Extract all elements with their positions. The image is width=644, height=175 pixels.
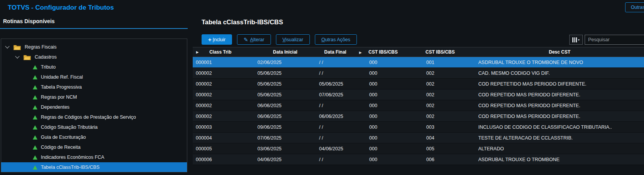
- cell-data-final: / /: [316, 71, 355, 76]
- cell-data-final: / /: [316, 157, 355, 162]
- cell-desc-cst: COD REPETIDO MAS PERIODO DIFERENTE.: [475, 103, 644, 108]
- tree-item-label: Tabela Progressiva: [41, 84, 82, 90]
- table-row[interactable]: 000003 09/06/2025 / / 000 003 INCLUSAO D…: [193, 122, 644, 133]
- cell-data-final: 04/06/2025: [316, 146, 355, 151]
- tree-item[interactable]: Tabela Progressiva: [1, 82, 187, 92]
- tree-item[interactable]: Indicadores Econômicos FCA: [1, 152, 187, 162]
- cell-class-trib: 000003: [193, 125, 254, 130]
- cell-desc-cst: COD REPETETIDO MAS PERIODO DIFERENTE.: [475, 81, 644, 87]
- column-header-label: Class Trib: [209, 49, 231, 55]
- cell-desc-cst: CAD. MESMO CODIGO VIG DIF.: [475, 71, 644, 76]
- column-header-data-final[interactable]: Data Final: [316, 49, 355, 55]
- chevron-down-icon: ▾: [578, 38, 580, 42]
- cell-data-final: / /: [316, 125, 355, 130]
- pencil-icon: ✎: [244, 37, 248, 43]
- tree-item[interactable]: Tabela cClassTrib-IBS/CBS: [1, 162, 187, 172]
- expander-icon[interactable]: ▶: [196, 50, 198, 54]
- chevron-down-icon[interactable]: [5, 44, 9, 48]
- cell-desc-cst: ASDRUBAL TROUXE O TROMBONE: [475, 157, 644, 162]
- table-row[interactable]: 000002 05/06/2025 07/06/2025 000 002 COD…: [193, 89, 644, 100]
- cell-data-final: 06/06/2025: [316, 114, 355, 119]
- routine-triangle-icon: [33, 135, 37, 140]
- table-row[interactable]: 000006 04/06/2025 / / 000 006 ASDRUBAL T…: [193, 154, 644, 165]
- outras-acoes-button[interactable]: Outras Ações: [315, 34, 357, 45]
- column-header-cst-ibs-cbs-1[interactable]: CST IBS/CBS: [366, 49, 423, 55]
- table-row[interactable]: 000002 05/06/2025 / / 000 002 CAD. MESMO…: [193, 68, 644, 79]
- table-row[interactable]: 000002 06/06/2025 06/06/2025 000 002 COD…: [193, 111, 644, 122]
- column-header-data-inicial[interactable]: Data Inicial: [254, 49, 316, 55]
- data-table: ▶Class Trib Data Inicial Data Final ▶ CS…: [193, 47, 644, 165]
- cell-cst-ibs-cbs-2: 002: [423, 114, 475, 119]
- routine-triangle-icon: [33, 65, 37, 69]
- cell-cst-ibs-cbs-2: 006: [423, 157, 475, 162]
- cell-cst-ibs-cbs-1: 000: [366, 135, 423, 141]
- cell-data-inicial: 05/06/2025: [254, 92, 316, 98]
- tree-item[interactable]: Unidade Ref. Fiscal: [1, 72, 187, 82]
- outras-acoes-top-button[interactable]: Outras Ações: [625, 2, 644, 12]
- table-row[interactable]: 000001 02/06/2025 / / 000 001 ASDRUBAL T…: [193, 57, 644, 68]
- column-header-class-trib[interactable]: ▶Class Trib: [193, 49, 254, 55]
- tree-item[interactable]: Tributo: [1, 62, 187, 72]
- tree-item[interactable]: Código de Receita: [1, 142, 187, 152]
- table-row[interactable]: 000002 06/06/2025 / / 000 002 COD REPETI…: [193, 100, 644, 111]
- tree-item-label: Indicadores Econômicos FCA: [41, 155, 104, 160]
- cell-desc-cst: INCLUSAO DE CODIGO DE CLASSIFICACAO TRIB…: [475, 125, 644, 130]
- tree-item-label: Regras de Códigos de Prestação de Serviç…: [41, 114, 136, 120]
- outras-acoes-button-label: Outras Ações: [321, 37, 350, 42]
- tree-item-label: Cadastros: [35, 54, 57, 60]
- folder-icon: [13, 44, 21, 50]
- tree-item[interactable]: Código Situação Tributária: [1, 122, 187, 132]
- cell-class-trib: 000002: [193, 103, 254, 108]
- cell-cst-ibs-cbs-2: 003: [423, 125, 475, 130]
- cell-class-trib: 000002: [193, 81, 254, 87]
- cell-data-inicial: 03/06/2025: [254, 146, 316, 151]
- cell-cst-ibs-cbs-1: 000: [366, 60, 423, 65]
- cell-cst-ibs-cbs-2: 001: [423, 60, 475, 65]
- cell-cst-ibs-cbs-1: 000: [366, 92, 423, 98]
- cell-desc-cst: ALTERADO: [475, 146, 644, 151]
- routine-triangle-icon: [33, 95, 37, 99]
- tree-item-label: Tabela cClassTrib-IBS/CBS: [41, 165, 99, 170]
- page-title: Tabela cClassTrib-IBS/CBS: [202, 19, 283, 26]
- column-header-expander[interactable]: ▶: [355, 49, 366, 55]
- cell-class-trib: 000002: [193, 71, 254, 76]
- cell-data-inicial: 04/06/2025: [254, 157, 316, 162]
- visualizar-button[interactable]: Visualizar: [276, 34, 310, 45]
- cell-data-final: / /: [316, 103, 355, 108]
- tree-item[interactable]: Dependentes: [1, 102, 187, 112]
- tree-item-label: Código Situação Tributária: [41, 125, 98, 130]
- tree-item[interactable]: Guia de Escrituração: [1, 132, 187, 142]
- cell-cst-ibs-cbs-1: 000: [366, 157, 423, 162]
- routine-triangle-icon: [33, 105, 37, 109]
- toolbar: +Incluir ✎Alterar Visualizar Outras Açõe…: [202, 34, 357, 45]
- routine-triangle-icon: [33, 125, 37, 130]
- cell-cst-ibs-cbs-2: 002: [423, 92, 475, 98]
- tree-item-label: Código de Receita: [41, 145, 81, 150]
- plus-icon: +: [208, 36, 212, 43]
- cell-desc-cst: COD REPETIDO MAS PERIODO DIFERENTE.: [475, 92, 644, 98]
- alterar-button[interactable]: ✎Alterar: [237, 34, 271, 45]
- cell-desc-cst: ASDRUBAL TROUXE O TROMBONE DE NOVO: [475, 60, 644, 65]
- column-header-desc-cst[interactable]: Desc CST: [475, 49, 644, 55]
- cell-cst-ibs-cbs-2: 004: [423, 135, 475, 141]
- table-row[interactable]: 000005 03/06/2025 04/06/2025 000 005 ALT…: [193, 143, 644, 154]
- column-manager-button[interactable]: ▾: [569, 35, 583, 45]
- tree-item[interactable]: Regras por NCM: [1, 92, 187, 102]
- tree-item[interactable]: Cadastros: [1, 52, 187, 62]
- incluir-button[interactable]: +Incluir: [202, 34, 232, 45]
- cell-class-trib: 000004: [193, 135, 254, 141]
- table-row[interactable]: 000002 05/06/2025 05/06/2025 000 002 COD…: [193, 79, 644, 89]
- chevron-down-icon[interactable]: [15, 54, 19, 58]
- tree-item[interactable]: Regras de Códigos de Prestação de Serviç…: [1, 112, 187, 122]
- tree-item[interactable]: Regras Fiscais: [1, 42, 187, 52]
- search-input[interactable]: [585, 35, 644, 45]
- visualizar-button-label: Visualizar: [282, 37, 303, 42]
- table-row[interactable]: 000004 07/06/2025 / / 000 004 TESTE DE A…: [193, 133, 644, 143]
- column-header-cst-ibs-cbs-2[interactable]: CST IBS/CBS: [423, 49, 475, 55]
- columns-icon: [572, 37, 577, 42]
- routine-triangle-icon: [33, 75, 37, 79]
- tree-item-label: Unidade Ref. Fiscal: [41, 74, 83, 80]
- cell-cst-ibs-cbs-2: 002: [423, 71, 475, 76]
- cell-data-final: 07/06/2025: [316, 92, 355, 98]
- cell-data-inicial: 06/06/2025: [254, 103, 316, 108]
